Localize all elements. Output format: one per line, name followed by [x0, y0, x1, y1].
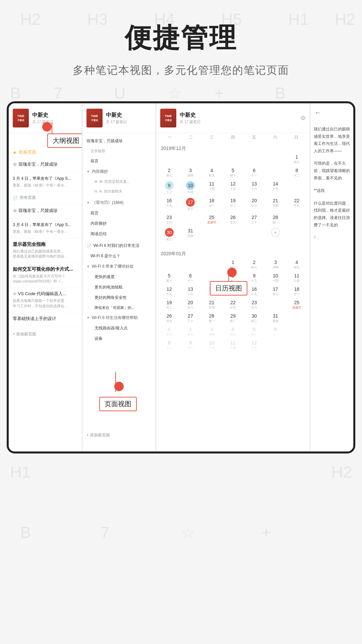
gear-icon[interactable]: ⚙	[300, 114, 306, 122]
outline-item: ▼Wi-Fi 6 对生活有哪些帮助	[82, 313, 156, 323]
list-item: 如何交互可视化你的卡片式... 在《[如何高效实践卡片式写作？sspai.com…	[9, 263, 82, 288]
page-title: 便捷管理	[0, 20, 362, 56]
outline-item: 更快的速度	[82, 272, 156, 282]
list-item: 3 月 4 日，苹果发布了《App S... 更新。新版《标准》中有一条令...	[9, 172, 82, 192]
all-pages-item: 📄 所有页面	[9, 192, 82, 204]
outline-item: 更长的电池续航	[82, 282, 156, 292]
outline-item: 更好的网络安全性	[82, 292, 156, 303]
add-page-btn-2[interactable]: + 添加新页面	[82, 429, 114, 441]
add-page-btn-1[interactable]: + 添加新页面	[9, 328, 82, 340]
outline-item: Wi-Fi 6 是什么？	[82, 251, 156, 261]
notebook-cover-2: TIME 中新史	[86, 109, 103, 127]
notebook-name-3: 中新史	[180, 112, 300, 119]
outline-item: 无线路由器/接入点	[82, 323, 156, 333]
outline-item: Н. А. 别尔嘉耶夫	[82, 186, 156, 196]
notebook-header-2: TIME 中新史 中新史 共 17 篇笔记	[82, 103, 156, 133]
list-item: ☆ VS Code 代码编辑器入... 如果当电脑只能装一个软件还需学习工作时，…	[9, 287, 82, 312]
notebook-name-1: 中新史	[32, 112, 53, 119]
list-item: 显示器完全指南 我们通过自己的眼睛感受实世...受着毫无束缚的视野与绚烂缤纷..…	[9, 238, 82, 263]
outline-item: 琼瑰非宝，尺牍成珍	[82, 136, 156, 146]
page-subtitle: 多种笔记本视图，多元化管理您的笔记页面	[0, 63, 362, 78]
notebook-header-3: TIME 中新史 中新史 共 17 篇笔记 ⚙	[156, 103, 310, 133]
notebook-count-2: 共 17 篇笔记	[106, 119, 127, 124]
month-label-jan: 2020年01月	[156, 248, 310, 258]
device-screenshot: TIME 中新史 中新史 共 17 篇笔记 大纲视图 ★ 星标页面 ☆ 琼瑰非	[7, 101, 355, 453]
outline-item: 阅读总结	[82, 229, 156, 239]
annotation-line-2	[115, 372, 116, 392]
outline-item: 降低来自「邻居家」的...	[82, 303, 156, 313]
outline-item: 文学推荐	[82, 146, 156, 156]
starred-header: ★ 星标页面	[9, 147, 82, 158]
notebook-name-2: 中新史	[106, 112, 127, 119]
outline-item: ▼Wi-Fi 6 带来了哪些好处	[82, 261, 156, 272]
header-section: 便捷管理 多种笔记本视图，多元化管理您的笔记页面	[0, 0, 362, 88]
panel-calendar: TIME 中新史 中新史 共 17 篇笔记 ⚙ 一 二 三 四 五 六 日 20…	[156, 103, 310, 451]
outline-item: 内容摘抄	[82, 218, 156, 229]
notebook-count-3: 共 17 篇笔记	[180, 119, 300, 124]
annotation-page-view: 页面视图	[99, 397, 137, 411]
annotation-line-1	[52, 122, 52, 135]
outline-item: 前言	[82, 156, 156, 166]
calendar-weekdays: 一 二 三 四 五 六 日	[156, 133, 310, 142]
notebook-cover-3: TIME 中新史	[160, 109, 176, 127]
list-item: ☆ 琼瑰非宝，尺牍成珍	[9, 158, 82, 172]
outline-item: ▼《罪与罚》(1866)	[82, 198, 156, 208]
outline-item: 📄Wi-Fi 6 对我们的日常生活	[82, 240, 156, 251]
list-item: ☆ 琼瑰非宝，尺牍成珍	[9, 204, 82, 219]
red-dot-1	[42, 122, 52, 131]
annotation-outline-view: 大纲视图	[47, 133, 82, 148]
panel-list: TIME 中新史 中新史 共 17 篇笔记 大纲视图 ★ 星标页面 ☆ 琼瑰非	[9, 103, 82, 451]
month-label-dec: 2019年12月	[156, 143, 310, 153]
calendar-grid-dec: 1初六 2初七 3清明 4初九 5初十 6十一 8十二 9十三 10十四 11十…	[156, 153, 310, 243]
outline-item: 前言	[82, 208, 156, 218]
outline-item: Ф. М. 陀思妥耶夫基...	[82, 177, 156, 186]
notebook-cover-1: TIME 中新史	[13, 109, 29, 127]
list-item: 3 月 4 日，苹果发布了《App S... 更新。新版《标准》中有一条令...	[9, 219, 82, 238]
panel-reading: ← 我们通过自己的眼睛感受实世界，地享受着工作与生活，现代人的工作界—— 可惜的…	[310, 103, 353, 451]
outline-item: ▼内容摘抄	[82, 166, 156, 177]
back-button[interactable]: ←	[310, 103, 353, 122]
list-item: 零基础快读上手的设计	[9, 312, 82, 327]
panel-outline: TIME 中新史 中新史 共 17 篇笔记 琼瑰非宝，尺牍成珍 文学推荐 前言 …	[82, 103, 156, 451]
outline-item: 设备	[82, 333, 156, 344]
reading-content: 我们通过自己的眼睛感受实世界，地享受着工作与生活，现代人的工作界—— 可惜的是，…	[310, 122, 353, 245]
annotation-line-3	[228, 269, 229, 282]
annotation-calendar-view: 日历视图	[210, 281, 247, 296]
